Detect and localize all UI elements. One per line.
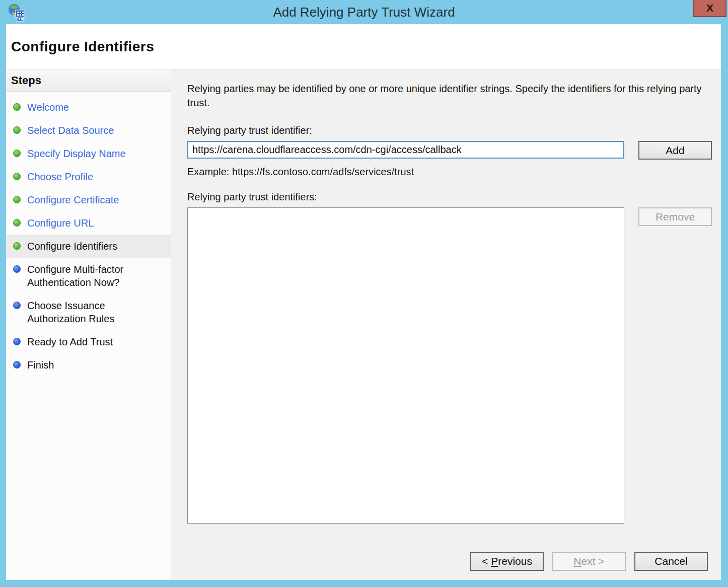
sidebar-item-label: Configure URL [27, 216, 94, 230]
completed-step-dot-icon [13, 219, 21, 227]
close-button[interactable]: X [693, 0, 726, 17]
completed-step-dot-icon [13, 103, 21, 111]
completed-step-dot-icon [13, 173, 21, 180]
completed-step-dot-icon [13, 242, 21, 250]
sidebar-item-label: Welcome [27, 101, 69, 114]
sidebar-item-finish: Finish [6, 353, 171, 377]
sidebar-item-welcome[interactable]: Welcome [6, 96, 171, 119]
sidebar-item-ready-to-add-trust: Ready to Add Trust [6, 330, 171, 353]
sidebar-item-specify-display-name[interactable]: Specify Display Name [6, 142, 171, 165]
page-header: Configure Identifiers [6, 24, 721, 69]
sidebar-item-label: Configure Certificate [27, 193, 119, 206]
page-title: Configure Identifiers [11, 39, 154, 55]
content-area: Relying parties may be identified by one… [171, 69, 721, 580]
identifier-label: Relying party trust identifier: [187, 125, 712, 136]
sidebar-item-choose-issuance-authorization-rules: Choose Issuance Authorization Rules [6, 294, 171, 330]
titlebar: Add Relying Party Trust Wizard X [0, 0, 728, 24]
upcoming-step-dot-icon [13, 265, 21, 273]
page-description: Relying parties may be identified by one… [187, 82, 708, 110]
wizard-dialog: Configure Identifiers Steps WelcomeSelec… [6, 24, 721, 580]
window-title: Add Relying Party Trust Wizard [273, 5, 455, 20]
sidebar-item-label: Specify Display Name [27, 147, 126, 160]
adfs-app-icon [7, 3, 26, 22]
sidebar-item-label: Choose Issuance Authorization Rules [27, 299, 165, 325]
sidebar-item-label: Choose Profile [27, 170, 93, 183]
completed-step-dot-icon [13, 150, 21, 157]
sidebar-item-label: Select Data Source [27, 124, 114, 137]
next-button[interactable]: Next > [552, 552, 626, 571]
steps-heading: Steps [6, 69, 171, 92]
sidebar-item-choose-profile[interactable]: Choose Profile [6, 165, 171, 188]
sidebar-item-select-data-source[interactable]: Select Data Source [6, 119, 171, 142]
upcoming-step-dot-icon [13, 361, 21, 369]
sidebar-item-configure-certificate[interactable]: Configure Certificate [6, 188, 171, 211]
remove-button[interactable]: Remove [638, 207, 712, 226]
sidebar-item-label: Ready to Add Trust [27, 335, 113, 348]
sidebar-item-label: Configure Identifiers [27, 240, 117, 253]
upcoming-step-dot-icon [13, 338, 21, 345]
previous-button[interactable]: < Previous [470, 552, 544, 571]
identifier-input[interactable] [187, 141, 624, 159]
steps-sidebar: Steps WelcomeSelect Data SourceSpecify D… [6, 69, 171, 580]
completed-step-dot-icon [13, 196, 21, 203]
footer-button-bar: < Previous Next > Cancel [171, 542, 721, 580]
sidebar-item-label: Configure Multi-factor Authentication No… [27, 263, 165, 289]
example-text: Example: https://fs.contoso.com/adfs/ser… [187, 166, 712, 178]
steps-list: WelcomeSelect Data SourceSpecify Display… [6, 92, 171, 377]
upcoming-step-dot-icon [13, 302, 21, 309]
sidebar-item-configure-identifiers: Configure Identifiers [6, 235, 171, 258]
add-button[interactable]: Add [638, 141, 712, 160]
cancel-button[interactable]: Cancel [634, 552, 708, 571]
sidebar-item-configure-multi-factor-authentication-now: Configure Multi-factor Authentication No… [6, 258, 171, 294]
identifiers-listbox[interactable] [187, 207, 624, 524]
sidebar-item-configure-url[interactable]: Configure URL [6, 211, 171, 235]
identifiers-list-label: Relying party trust identifiers: [187, 191, 712, 203]
completed-step-dot-icon [13, 126, 21, 134]
sidebar-item-label: Finish [27, 358, 54, 372]
